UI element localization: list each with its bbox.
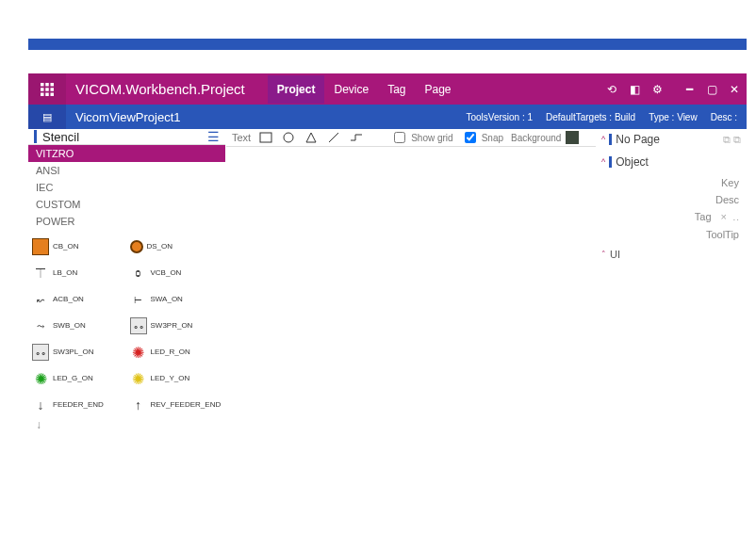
burger-icon[interactable]: ☰: [207, 129, 220, 144]
svg-rect-1: [45, 83, 49, 87]
project-file-icon[interactable]: ▤: [28, 105, 66, 129]
titlebar: VICOM.Workbench.Project Project Device T…: [28, 73, 747, 105]
svg-rect-2: [51, 83, 55, 87]
svg-marker-11: [306, 133, 316, 142]
tool-rect-icon[interactable]: [258, 130, 273, 145]
stencil-cat-vitzro[interactable]: VITZRO: [28, 145, 225, 162]
tool-circle-icon[interactable]: [281, 130, 296, 145]
stencil-cat-power[interactable]: POWER: [28, 213, 225, 230]
background-picker[interactable]: Background: [511, 131, 579, 144]
prop-key[interactable]: Key: [601, 174, 741, 191]
shape-rev-feeder-end[interactable]: ↑REV_FEEDER_END: [130, 394, 222, 416]
no-page-section[interactable]: ^ No Page ⧉ ⧉: [601, 133, 741, 146]
shape-lb-on[interactable]: ⏉LB_ON: [32, 262, 124, 284]
no-page-label: No Page: [616, 133, 660, 146]
no-page-actions[interactable]: ⧉ ⧉: [723, 134, 741, 146]
shape-swb-on[interactable]: ⤳SWB_ON: [32, 315, 124, 337]
svg-rect-7: [45, 92, 49, 96]
caret-icon: ^: [601, 157, 605, 167]
properties-panel: ^ No Page ⧉ ⧉ ^ Object Key Desc Tag×‥ To…: [596, 129, 747, 137]
show-grid-input[interactable]: [394, 132, 405, 143]
close-icon[interactable]: ✕: [728, 83, 741, 96]
svg-rect-5: [51, 88, 55, 91]
canvas-toolbar: Text Show grid Snap Background: [226, 129, 596, 147]
stencil-cat-custom[interactable]: CUSTOM: [28, 196, 225, 213]
shape-vcb-on[interactable]: ⧮VCB_ON: [130, 262, 222, 284]
background-swatch[interactable]: [566, 131, 579, 144]
desc: Desc :: [711, 112, 737, 122]
svg-rect-0: [41, 83, 44, 87]
shape-led-r-on[interactable]: ✺LED_R_ON: [130, 341, 222, 364]
shape-led-y-on[interactable]: ✺LED_Y_ON: [130, 367, 222, 390]
tool-triangle-icon[interactable]: [304, 130, 319, 145]
stencil-header: Stencil ☰: [28, 129, 225, 145]
svg-rect-3: [41, 88, 44, 91]
shape-acb-on[interactable]: ↜ACB_ON: [32, 288, 124, 311]
prop-tooltip[interactable]: ToolTip: [601, 226, 741, 243]
svg-line-12: [329, 133, 338, 142]
caret-icon: ^: [601, 135, 605, 144]
subbar: ▤ VicomViewProject1 ToolsVersion : 1 Def…: [28, 105, 747, 129]
text-tool-label[interactable]: Text: [232, 132, 251, 143]
clear-icon[interactable]: ×: [721, 211, 727, 223]
bottom-bar: [28, 39, 747, 50]
refresh-icon[interactable]: ⟲: [605, 83, 618, 96]
menu-tag[interactable]: Tag: [378, 75, 415, 104]
background-label: Background: [511, 133, 561, 143]
type-view: Type : View: [649, 112, 698, 122]
app-icon[interactable]: [28, 73, 66, 105]
maximize-icon[interactable]: ▢: [705, 83, 718, 96]
snap-input[interactable]: [465, 132, 476, 143]
stencil-title: Stencil: [42, 130, 79, 144]
show-grid-checkbox[interactable]: Show grid: [390, 129, 452, 146]
shape-swa-on[interactable]: ⊢SWA_ON: [130, 288, 222, 311]
svg-point-10: [284, 133, 293, 142]
object-label: Object: [616, 155, 649, 169]
stencil-cat-ansi[interactable]: ANSI: [28, 162, 225, 179]
stencil-categories: VITZRO ANSI IEC CUSTOM POWER: [28, 145, 225, 230]
prop-desc[interactable]: Desc: [601, 191, 741, 208]
svg-rect-4: [45, 88, 49, 91]
stencil-shapes: CB_ON DS_ON ⏉LB_ON ⧮VCB_ON ↜ACB_ON ⊢SWA_…: [28, 230, 225, 416]
tool-line-icon[interactable]: [326, 130, 341, 145]
menu-page[interactable]: Page: [416, 75, 461, 104]
default-targets: DefaultTargets : Build: [546, 112, 635, 122]
stencil-cat-iec[interactable]: IEC: [28, 179, 225, 196]
minimize-icon[interactable]: ━: [682, 83, 696, 96]
snap-checkbox[interactable]: Snap: [461, 129, 503, 146]
svg-rect-9: [260, 133, 271, 142]
main-menu: Project Device Tag Page: [268, 75, 461, 104]
show-grid-label: Show grid: [411, 133, 452, 143]
more-icon[interactable]: ‥: [732, 211, 739, 223]
project-name: VicomViewProject1: [75, 110, 181, 124]
ui-label: UI: [610, 249, 620, 260]
shape-cb-on[interactable]: CB_ON: [32, 235, 124, 258]
tools-version: ToolsVersion : 1: [466, 112, 533, 122]
tool-step-icon[interactable]: [349, 130, 364, 145]
shape-feeder-end[interactable]: ↓FEEDER_END: [32, 394, 124, 416]
menu-device[interactable]: Device: [324, 75, 378, 104]
shape-led-g-on[interactable]: ✺LED_G_ON: [32, 367, 124, 390]
snap-label: Snap: [482, 133, 503, 143]
notify-icon[interactable]: ◧: [628, 83, 641, 96]
gear-icon[interactable]: ⚙: [650, 83, 664, 96]
app-title: VICOM.Workbench.Project: [75, 81, 245, 97]
prop-tag[interactable]: Tag×‥: [601, 208, 741, 226]
caret-icon: ˄: [601, 250, 606, 259]
svg-rect-6: [41, 92, 44, 96]
object-section[interactable]: ^ Object: [601, 155, 741, 169]
shape-ds-on[interactable]: DS_ON: [130, 235, 222, 258]
shape-sw3pr-on[interactable]: ∘∘SW3PR_ON: [130, 315, 222, 337]
svg-rect-8: [51, 92, 55, 96]
menu-project[interactable]: Project: [268, 75, 325, 104]
ui-subsection[interactable]: ˄ UI: [601, 249, 741, 260]
shape-sw3pl-on[interactable]: ∘∘SW3PL_ON: [32, 341, 124, 364]
